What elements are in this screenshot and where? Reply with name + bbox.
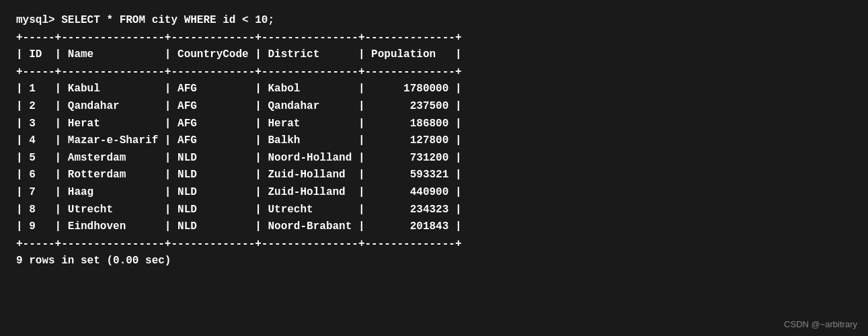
command-line: mysql> SELECT * FROM city WHERE id < 10; xyxy=(16,12,852,30)
table-row-3: | 3 | Herat | AFG | Herat | 186800 | xyxy=(16,116,852,133)
table-header: | ID | Name | CountryCode | District | P… xyxy=(16,46,852,64)
separator-top: +-----+----------------+-------------+--… xyxy=(16,30,852,47)
table-row-1: | 1 | Kabul | AFG | Kabol | 1780000 | xyxy=(16,81,852,98)
table-row-9: | 9 | Eindhoven | NLD | Noord-Brabant | … xyxy=(16,218,852,236)
table-row-2: | 2 | Qandahar | AFG | Qandahar | 237500… xyxy=(16,98,852,116)
separator-mid: +-----+----------------+-------------+--… xyxy=(16,64,852,81)
table-row-7: | 7 | Haag | NLD | Zuid-Holland | 440900… xyxy=(16,184,852,202)
table-row-5: | 5 | Amsterdam | NLD | Noord-Holland | … xyxy=(16,150,852,167)
footer-text: 9 rows in set (0.00 sec) xyxy=(16,253,852,270)
table-row-6: | 6 | Rotterdam | NLD | Zuid-Holland | 5… xyxy=(16,167,852,184)
watermark: CSDN @~arbitrary xyxy=(784,319,857,329)
table-row-4: | 4 | Mazar-e-Sharif | AFG | Balkh | 127… xyxy=(16,132,852,150)
table-row-8: | 8 | Utrecht | NLD | Utrecht | 234323 | xyxy=(16,202,852,219)
terminal-window: mysql> SELECT * FROM city WHERE id < 10;… xyxy=(0,0,868,282)
separator-bot: +-----+----------------+-------------+--… xyxy=(16,236,852,253)
